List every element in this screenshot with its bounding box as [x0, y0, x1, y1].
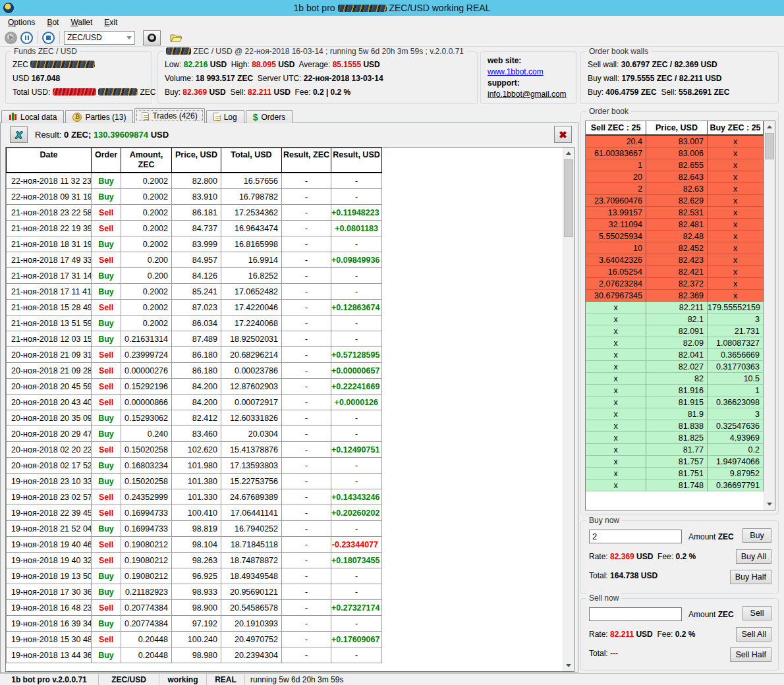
trade-date[interactable]: 19-ноя-2018 19 40 32: [6, 553, 92, 568]
ob-price[interactable]: 82.091: [646, 325, 708, 337]
trade-total[interactable]: 0.00072917: [221, 395, 282, 410]
ob-column-header-sell-zec-25[interactable]: Sell ZEC : 25: [586, 121, 646, 136]
trade-total[interactable]: 16.9914: [221, 252, 282, 268]
ob-placeholder[interactable]: x: [586, 408, 646, 420]
trade-order[interactable]: Sell: [92, 600, 121, 616]
trade-price[interactable]: 84.200: [172, 395, 221, 410]
trade-amount[interactable]: 0.20448: [121, 647, 172, 663]
trade-date[interactable]: 21-ноя-2018 23 22 58: [6, 205, 92, 221]
trade-amount[interactable]: 0.15293062: [121, 410, 172, 426]
ob-placeholder[interactable]: x: [708, 278, 764, 290]
ob-placeholder[interactable]: x: [586, 314, 646, 325]
trade-date[interactable]: 20-ноя-2018 20 45 59: [6, 379, 92, 395]
trade-amount[interactable]: 0.23999724: [121, 347, 172, 363]
trade-date[interactable]: 20-ноя-2018 20 29 47: [6, 426, 92, 442]
trade-order[interactable]: Buy: [92, 189, 121, 205]
trade-result-usd[interactable]: -: [331, 616, 382, 632]
trade-price[interactable]: 86.180: [172, 363, 221, 379]
ob-sell-amount[interactable]: 2: [586, 183, 646, 195]
trade-order[interactable]: Sell: [92, 379, 121, 395]
trade-total[interactable]: 24.67689389: [221, 489, 282, 505]
trade-date[interactable]: 19-ноя-2018 16 48 23: [6, 600, 92, 616]
trade-amount[interactable]: 0.16994733: [121, 505, 172, 521]
ob-placeholder[interactable]: x: [586, 373, 646, 385]
trade-date[interactable]: 21-ноя-2018 17 31 14: [6, 268, 92, 284]
trade-result-usd[interactable]: +0.27327174: [331, 600, 382, 616]
ob-placeholder[interactable]: x: [586, 385, 646, 397]
column-header-total-usd[interactable]: Total, USD: [221, 148, 282, 173]
trade-amount[interactable]: 0.200: [121, 268, 172, 284]
trade-total[interactable]: 17.0652482: [221, 284, 282, 300]
trade-total[interactable]: 20.68296214: [221, 347, 282, 363]
export-excel-button[interactable]: X: [10, 126, 28, 143]
trade-price[interactable]: 98.933: [172, 584, 221, 600]
trade-price[interactable]: 98.819: [172, 521, 221, 537]
ob-price[interactable]: 81.916: [646, 385, 708, 397]
trade-amount[interactable]: 0.2002: [121, 284, 172, 300]
trade-total[interactable]: 0.00023786: [221, 363, 282, 379]
trade-result-usd[interactable]: +0.12490751: [331, 442, 382, 458]
pause-button[interactable]: [20, 32, 33, 44]
column-header-date[interactable]: Date: [6, 148, 92, 173]
ob-placeholder[interactable]: x: [708, 159, 764, 171]
trade-result-usd[interactable]: -: [331, 426, 382, 442]
ob-buy-amount[interactable]: 0.36697791: [708, 480, 764, 491]
ob-placeholder[interactable]: x: [586, 432, 646, 444]
ob-placeholder[interactable]: x: [708, 136, 764, 148]
trade-order[interactable]: Sell: [92, 205, 121, 221]
trade-date[interactable]: 21-ноя-2018 15 28 49: [6, 300, 92, 315]
trades-scrollbar[interactable]: [563, 148, 574, 671]
sell-all-button[interactable]: Sell All: [736, 627, 771, 642]
trade-total[interactable]: 20.2394304: [221, 647, 282, 663]
scroll-down-arrow[interactable]: [764, 499, 775, 510]
trade-amount[interactable]: 0.19080212: [121, 568, 172, 584]
trade-price[interactable]: 85.241: [172, 284, 221, 300]
trade-amount[interactable]: 0.19080212: [121, 553, 172, 568]
trade-price[interactable]: 98.263: [172, 553, 221, 568]
trade-price[interactable]: 83.999: [172, 236, 221, 252]
column-header-result-usd[interactable]: Result, USD: [331, 148, 382, 173]
trade-date[interactable]: 19-ноя-2018 23 10 33: [6, 474, 92, 489]
trade-amount[interactable]: 0.00000276: [121, 363, 172, 379]
ob-sell-amount[interactable]: 23.70960476: [586, 195, 646, 207]
ob-sell-amount[interactable]: 3.64042326: [586, 254, 646, 266]
ob-price[interactable]: 83.006: [646, 148, 708, 159]
trade-result-usd[interactable]: -: [331, 268, 382, 284]
trade-amount[interactable]: 0.21182923: [121, 584, 172, 600]
trade-amount[interactable]: 0.20774384: [121, 600, 172, 616]
trade-result-zec[interactable]: -: [282, 395, 331, 410]
trade-result-zec[interactable]: -: [282, 410, 331, 426]
trade-result-zec[interactable]: -: [282, 221, 331, 236]
trade-result-zec[interactable]: -: [282, 189, 331, 205]
trade-order[interactable]: Buy: [92, 474, 121, 489]
ob-buy-amount[interactable]: 3: [708, 314, 764, 325]
trade-price[interactable]: 101.330: [172, 489, 221, 505]
trade-order[interactable]: Buy: [92, 458, 121, 474]
trade-amount[interactable]: 0.2002: [121, 205, 172, 221]
trade-price[interactable]: 100.240: [172, 632, 221, 647]
trade-total[interactable]: 18.49349548: [221, 568, 282, 584]
trade-amount[interactable]: 0.240: [121, 426, 172, 442]
ob-price[interactable]: 81.915: [646, 397, 708, 408]
ob-placeholder[interactable]: x: [586, 302, 646, 314]
trade-result-zec[interactable]: -: [282, 315, 331, 331]
trade-result-zec[interactable]: -: [282, 632, 331, 647]
trade-amount[interactable]: 0.16994733: [121, 521, 172, 537]
trade-amount[interactable]: 0.16803234: [121, 458, 172, 474]
ob-sell-amount[interactable]: 1: [586, 159, 646, 171]
trade-result-zec[interactable]: -: [282, 537, 331, 553]
trade-order[interactable]: Buy: [92, 173, 121, 189]
trade-order[interactable]: Buy: [92, 521, 121, 537]
trade-price[interactable]: 87.023: [172, 300, 221, 315]
trade-amount[interactable]: 0.20774384: [121, 616, 172, 632]
trade-price[interactable]: 86.180: [172, 347, 221, 363]
trade-date[interactable]: 21-ноя-2018 22 19 39: [6, 221, 92, 236]
trade-amount[interactable]: 0.2002: [121, 236, 172, 252]
trade-result-usd[interactable]: +0.17609067: [331, 632, 382, 647]
ob-price[interactable]: 81.748: [646, 480, 708, 491]
ob-price[interactable]: 82.531: [646, 207, 708, 219]
trade-total[interactable]: 18.71845118: [221, 537, 282, 553]
trade-price[interactable]: 101.380: [172, 474, 221, 489]
ob-sell-amount[interactable]: 20: [586, 171, 646, 183]
trade-amount[interactable]: 0.15020258: [121, 442, 172, 458]
